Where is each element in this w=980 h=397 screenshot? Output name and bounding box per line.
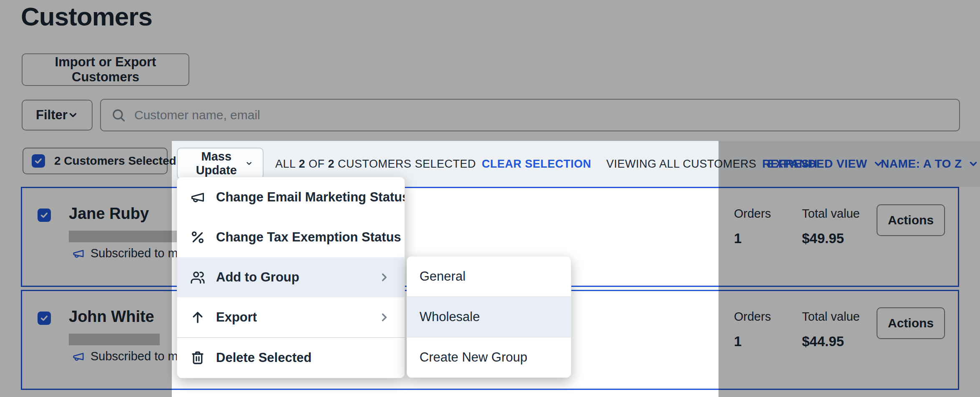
add-to-group-submenu: General Wholesale Create New Group — [407, 256, 571, 378]
percent-icon — [190, 230, 205, 245]
menu-item-label: Add to Group — [216, 270, 368, 285]
megaphone-icon — [190, 190, 205, 205]
menu-item-label: Delete Selected — [216, 350, 389, 365]
chevron-right-icon — [379, 272, 389, 283]
submenu-item-wholesale[interactable]: Wholesale — [407, 296, 571, 337]
users-icon — [190, 270, 205, 285]
menu-item-export[interactable]: Export — [177, 297, 405, 337]
clear-selection-link[interactable]: CLEAR SELECTION — [482, 158, 591, 171]
menu-item-label: Export — [216, 310, 368, 325]
mass-update-button[interactable]: Mass Update — [177, 148, 264, 179]
chevron-right-icon — [379, 312, 389, 323]
menu-item-change-email-marketing-status[interactable]: Change Email Marketing Status — [177, 177, 405, 217]
dim-overlay — [719, 141, 980, 397]
menu-item-label: Change Tax Exemption Status — [216, 230, 401, 245]
dim-overlay — [0, 0, 980, 141]
menu-item-add-to-group[interactable]: Add to Group — [177, 257, 405, 297]
dim-overlay — [0, 141, 172, 397]
customers-page: Customers Import or Export Customers Fil… — [0, 0, 980, 397]
mass-update-label: Mass Update — [188, 150, 245, 177]
menu-item-delete-selected[interactable]: Delete Selected — [177, 337, 405, 378]
trash-icon — [190, 350, 205, 365]
mass-update-menu: Change Email Marketing Status Change Tax… — [177, 177, 405, 378]
submenu-item-create-new-group[interactable]: Create New Group — [407, 337, 571, 377]
submenu-item-general[interactable]: General — [407, 256, 571, 296]
menu-item-change-tax-exemption-status[interactable]: Change Tax Exemption Status — [177, 217, 405, 257]
arrow-up-icon — [190, 310, 205, 325]
menu-item-label: Change Email Marketing Status — [216, 190, 405, 205]
selection-status: ALL 2 OF 2 CUSTOMERS SELECTED — [275, 158, 476, 171]
chevron-down-icon — [245, 158, 253, 168]
